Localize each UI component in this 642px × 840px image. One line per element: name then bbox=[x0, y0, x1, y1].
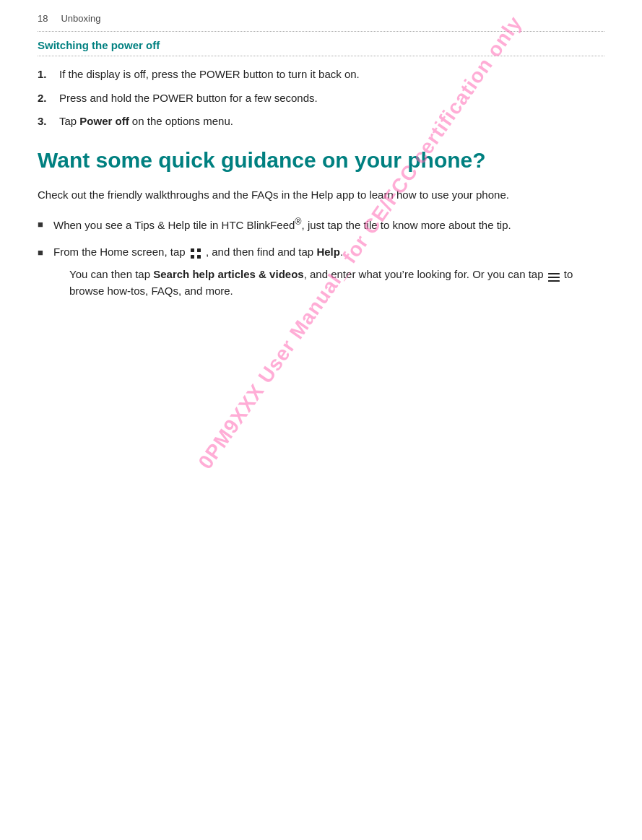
bullet-marker-1: ■ bbox=[38, 215, 53, 232]
step-2: 2. Press and hold the POWER button for a… bbox=[38, 90, 604, 107]
step-1-text: If the display is off, press the POWER b… bbox=[59, 66, 604, 83]
svg-rect-0 bbox=[191, 248, 194, 252]
svg-rect-3 bbox=[197, 255, 201, 259]
search-help-bold: Search help articles & videos bbox=[153, 268, 303, 280]
steps-list: 1. If the display is off, press the POWE… bbox=[38, 66, 604, 130]
bullet-item-2: ■ From the Home screen, tap , and then f… bbox=[38, 243, 604, 306]
top-divider bbox=[38, 31, 604, 32]
bullet-text-1: When you see a Tips & Help tile in HTC B… bbox=[53, 215, 604, 233]
bullet-marker-2: ■ bbox=[38, 243, 53, 260]
grid-icon bbox=[190, 247, 201, 259]
svg-rect-1 bbox=[197, 248, 201, 252]
step-1: 1. If the display is off, press the POWE… bbox=[38, 66, 604, 83]
bullet-item-1: ■ When you see a Tips & Help tile in HTC… bbox=[38, 215, 604, 233]
step-2-text: Press and hold the POWER button for a fe… bbox=[59, 90, 604, 107]
section-divider bbox=[38, 56, 604, 56]
step-1-num: 1. bbox=[38, 66, 59, 83]
page-number: 18 bbox=[38, 13, 48, 24]
section-guidance: Want some quick guidance on your phone? … bbox=[38, 147, 604, 306]
svg-rect-2 bbox=[191, 255, 194, 259]
page-header: 18 Unboxing bbox=[38, 13, 604, 24]
step-3-text: Tap Power off on the options menu. bbox=[59, 113, 604, 130]
svg-rect-6 bbox=[548, 280, 560, 282]
step-2-num: 2. bbox=[38, 90, 59, 107]
step-3-bold: Power off bbox=[79, 115, 129, 127]
bullet-list: ■ When you see a Tips & Help tile in HTC… bbox=[38, 215, 604, 306]
step-3-num: 3. bbox=[38, 113, 59, 130]
sub-para-2: You can then tap Search help articles & … bbox=[69, 266, 604, 300]
chapter-name: Unboxing bbox=[61, 13, 100, 24]
page-container: 0PM9XXX User Manual_ for CE/FCC certific… bbox=[0, 0, 642, 840]
step-3: 3. Tap Power off on the options menu. bbox=[38, 113, 604, 130]
section-title-switching: Switching the power off bbox=[38, 39, 604, 51]
section-switching-power: Switching the power off 1. If the displa… bbox=[38, 39, 604, 130]
bullet-text-2: From the Home screen, tap , and then fin… bbox=[53, 246, 343, 258]
help-bold: Help bbox=[316, 246, 340, 258]
bullet-2-content: From the Home screen, tap , and then fin… bbox=[53, 243, 604, 306]
svg-rect-5 bbox=[548, 277, 560, 278]
intro-text: Check out the friendly walkthroughs and … bbox=[38, 186, 604, 204]
menu-icon bbox=[548, 270, 560, 280]
svg-rect-4 bbox=[548, 273, 560, 274]
section-big-heading: Want some quick guidance on your phone? bbox=[38, 147, 604, 173]
